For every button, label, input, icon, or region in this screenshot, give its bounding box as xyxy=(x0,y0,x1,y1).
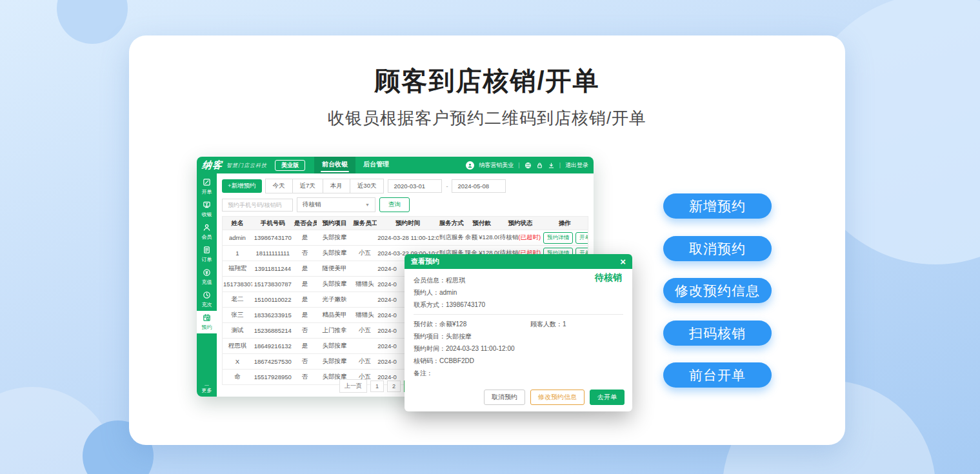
status-select[interactable]: 待核销 ▼ xyxy=(297,197,375,212)
quick-range-group: 今天近7天本月近30天 xyxy=(266,179,385,193)
sidebar-more[interactable]: 更多 xyxy=(202,382,212,394)
sidebar-item-label: 预约 xyxy=(202,324,212,331)
sidebar-item-booking[interactable]: 预约 xyxy=(197,311,217,333)
feature-button-4[interactable]: 前台开单 xyxy=(663,362,772,388)
cell: 猫猫头 xyxy=(352,280,377,288)
column-header: 预付款 xyxy=(465,219,499,228)
cell: admin xyxy=(223,234,252,241)
column-header: 预约状态 xyxy=(499,219,542,228)
cell: 2024-03-28 11:00-12:00 xyxy=(377,234,439,241)
cell: 小五 xyxy=(352,249,377,257)
version-badge[interactable]: 美业版 xyxy=(275,160,305,171)
open-bill-button[interactable]: 开单 xyxy=(575,232,588,244)
modal-status-badge: 待核销 xyxy=(595,272,622,284)
cell: 15236885214 xyxy=(252,327,294,334)
sidebar-item-label: 充值 xyxy=(202,279,212,286)
sidebar-item-cashier[interactable]: 收银 xyxy=(197,198,217,221)
booking-detail-button[interactable]: 预约详情 xyxy=(543,232,573,244)
lock-icon[interactable] xyxy=(536,162,543,169)
tab-front-cashier[interactable]: 前台收银 xyxy=(314,157,355,173)
cancel-booking-button[interactable]: 取消预约 xyxy=(484,390,525,405)
header-username: 纳客营销美业 xyxy=(479,161,514,170)
globe-icon[interactable] xyxy=(525,162,532,169)
modal-code: 核销码：CCBBF2DD xyxy=(414,355,623,367)
cell: 18674257530 xyxy=(252,358,294,365)
column-header: 预约时间 xyxy=(377,219,439,228)
cell: 15173830787 xyxy=(252,281,294,288)
sidebar-item-member[interactable]: 会员 xyxy=(197,221,217,243)
tab-back-manage[interactable]: 后台管理 xyxy=(355,157,397,173)
modal-time: 预约时间：2024-03-23 11:00-12:00 xyxy=(414,342,623,355)
cell: 是 xyxy=(294,264,317,273)
quick-range-button-1[interactable]: 近7天 xyxy=(292,179,323,193)
quick-range-button-0[interactable]: 今天 xyxy=(265,179,293,193)
search-input[interactable] xyxy=(222,199,293,212)
booking-icon xyxy=(203,313,211,323)
modal-project: 预约项目：头部按摩 xyxy=(414,330,623,342)
header-tabs: 前台收银后台管理 xyxy=(314,157,397,173)
sidebar-item-times[interactable]: 充次 xyxy=(197,288,217,311)
cell: 测试 xyxy=(223,326,252,335)
column-header: 预约项目 xyxy=(317,219,353,228)
modal-title: 查看预约 xyxy=(411,257,439,266)
page-subtitle: 收银员根据客户预约二维码到店核销/开单 xyxy=(129,107,845,130)
cell: X xyxy=(223,358,252,365)
go-open-bill-button[interactable]: 去开单 xyxy=(590,390,625,405)
column-header: 是否会员 xyxy=(294,219,317,228)
cell: 头部按摩 xyxy=(317,233,353,242)
sidebar-item-label: 开单 xyxy=(202,188,212,195)
table-header-row: 姓名手机号码是否会员预约项目服务员工预约时间服务方式预付款预约状态操作 xyxy=(223,217,588,230)
cell: 1 xyxy=(223,250,252,257)
header-separator: | xyxy=(518,162,519,168)
modal-prepay: 预付款：余额¥128 xyxy=(414,321,466,328)
status-cell: 待核销(已超时) xyxy=(499,233,542,242)
page-button-1[interactable]: 1 xyxy=(370,380,384,392)
modal-header: 查看预约 × xyxy=(405,254,632,269)
view-booking-modal: 查看预约 × 会员信息：程思琪 预约人：admin 联系方式：139867431… xyxy=(405,254,632,411)
download-icon[interactable] xyxy=(548,162,555,169)
feature-button-0[interactable]: 新增预约 xyxy=(663,193,772,219)
cell: 是 xyxy=(294,342,317,350)
logout-link[interactable]: 退出登录 xyxy=(565,161,588,170)
quick-range-button-2[interactable]: 本月 xyxy=(323,179,350,193)
cell: 头部按摩 xyxy=(317,249,353,257)
table-row: admin13986743170是头部按摩2024-03-28 11:00-12… xyxy=(223,230,588,246)
cell: 命 xyxy=(223,373,252,381)
modal-guest-count: 顾客人数：1 xyxy=(530,318,566,330)
header-right: 纳客营销美业 | | 退出登录 xyxy=(466,161,588,170)
modify-booking-button[interactable]: 修改预约信息 xyxy=(530,390,585,405)
column-header: 服务方式 xyxy=(439,219,465,228)
new-booking-button[interactable]: +新增预约 xyxy=(222,179,262,193)
page-title: 顾客到店核销/开单 xyxy=(129,63,845,99)
feature-button-2[interactable]: 修改预约信息 xyxy=(663,278,772,303)
sidebar-item-bill[interactable]: 开单 xyxy=(197,175,217,198)
feature-button-1[interactable]: 取消预约 xyxy=(663,236,772,261)
cell: 光子嫩肤 xyxy=(317,295,353,304)
app-header: 纳客 智慧门店云科技 美业版 前台收银后台管理 纳客营销美业 | | xyxy=(197,157,594,173)
prev-page-button[interactable]: 上一页 xyxy=(339,379,367,393)
cell: 小五 xyxy=(352,326,377,335)
modal-divider xyxy=(414,314,623,315)
feature-button-3[interactable]: 扫码核销 xyxy=(663,321,772,346)
cell: 小五 xyxy=(352,357,377,366)
cell: 是 xyxy=(294,280,317,288)
column-header: 操作 xyxy=(541,219,588,228)
decor-bubble xyxy=(57,0,128,44)
cell: 13986743170 xyxy=(252,234,294,241)
date-end-input[interactable]: 2024-05-08 xyxy=(452,179,506,193)
sidebar-item-recharge[interactable]: 充值 xyxy=(197,266,217,288)
query-button[interactable]: 查询 xyxy=(379,197,410,212)
page-button-2[interactable]: 2 xyxy=(387,380,401,392)
avatar-icon[interactable] xyxy=(466,161,474,170)
date-start-input[interactable]: 2020-03-01 xyxy=(388,179,442,193)
cell: 精品美甲 xyxy=(317,311,353,319)
close-icon[interactable]: × xyxy=(620,257,626,266)
cell: 猫猫头 xyxy=(352,311,377,319)
cashier-icon xyxy=(203,201,211,210)
cell: 13911811244 xyxy=(252,265,294,272)
quick-range-button-3[interactable]: 近30天 xyxy=(350,179,385,193)
bill-icon xyxy=(203,178,211,188)
cell: 是 xyxy=(294,295,317,304)
modal-booker: 预约人：admin xyxy=(414,286,623,299)
sidebar-item-order[interactable]: 订单 xyxy=(197,243,217,266)
